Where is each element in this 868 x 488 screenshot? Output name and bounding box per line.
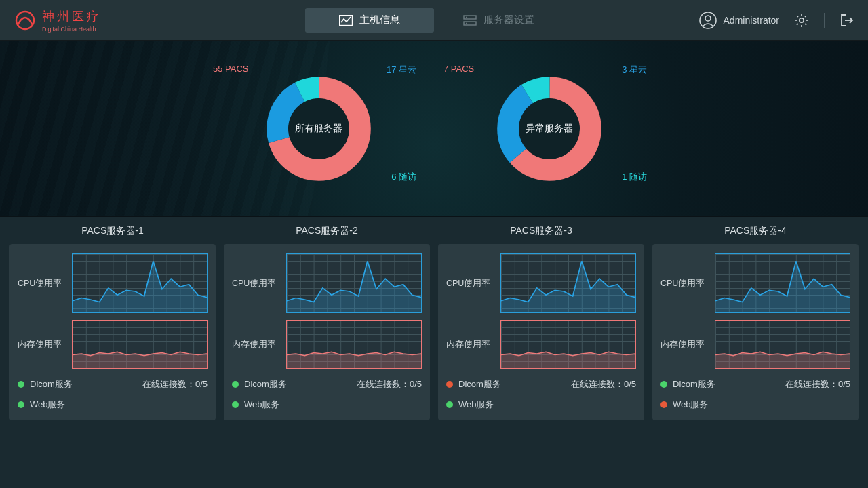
svg-rect-2 (464, 16, 476, 19)
dicom-label: Dicom服务 (244, 378, 287, 390)
dicom-status-row: Dicom服务在线连接数：0/5 (232, 378, 422, 390)
svg-point-8 (800, 18, 804, 22)
header: 神州医疗 Digital China Health 主机信息 服务器设置 (0, 0, 868, 41)
donut-abnormal-title: 异常服务器 (519, 98, 580, 159)
dicom-status-dot (446, 381, 453, 388)
dicom-status-row: Dicom服务在线连接数：0/5 (446, 378, 636, 390)
server-card[interactable]: CPU使用率内存使用率Dicom服务在线连接数：0/5Web服务 (438, 244, 644, 420)
cpu-chart (72, 253, 208, 313)
server-card[interactable]: CPU使用率内存使用率Dicom服务在线连接数：0/5Web服务 (652, 244, 859, 420)
connection-count: 在线连接数：0/5 (142, 378, 208, 390)
dicom-status-dot (232, 381, 239, 388)
mem-chart (500, 320, 636, 369)
tab-host-label: 主机信息 (359, 14, 400, 26)
cpu-row: CPU使用率 (446, 253, 636, 313)
server-card-title: PACS服务器-3 (510, 225, 572, 237)
tab-server-label: 服务器设置 (484, 14, 534, 26)
cpu-row: CPU使用率 (232, 253, 422, 313)
web-status-dot (660, 401, 667, 408)
brand-logo: 神州医疗 Digital China Health (14, 8, 102, 33)
connection-count: 在线连接数：0/5 (571, 378, 636, 390)
web-status-row: Web服务 (232, 399, 422, 411)
mem-row: 内存使用率 (18, 320, 208, 369)
mem-label: 内存使用率 (660, 339, 708, 350)
svg-marker-26 (287, 261, 421, 312)
mem-label: 内存使用率 (446, 339, 494, 350)
svg-marker-24 (73, 261, 207, 312)
svg-point-5 (466, 22, 467, 24)
mem-label: 内存使用率 (18, 339, 65, 350)
web-status-row: Web服务 (446, 399, 636, 411)
donut-abn-suifang-label: 1 随访 (622, 171, 647, 183)
donut-all-title: 所有服务器 (288, 98, 349, 159)
cpu-chart (715, 253, 850, 313)
overview-panel: 所有服务器 55 PACS 17 星云 6 随访 异常服务器 7 PACS 3 … (0, 41, 868, 217)
user-icon (699, 12, 717, 29)
gear-icon[interactable] (794, 13, 809, 28)
donut-abn-xingyun-label: 3 星云 (622, 64, 647, 76)
cpu-chart (500, 253, 636, 313)
web-status-dot (446, 401, 453, 408)
donut-all-pacs-label: 55 PACS (213, 64, 249, 74)
web-label: Web服务 (30, 399, 66, 411)
logout-icon[interactable] (840, 13, 854, 28)
cpu-row: CPU使用率 (660, 253, 850, 313)
cpu-label: CPU使用率 (446, 278, 494, 289)
web-status-dot (18, 401, 24, 408)
mem-row: 内存使用率 (660, 320, 850, 369)
cpu-chart (286, 253, 422, 313)
header-right: Administrator (699, 12, 854, 29)
server-card-title: PACS服务器-1 (81, 225, 144, 237)
brand-name: 神州医疗 (42, 8, 102, 24)
svg-point-7 (705, 16, 711, 21)
web-label: Web服务 (458, 399, 494, 411)
svg-rect-3 (464, 22, 476, 25)
svg-line-13 (797, 16, 798, 17)
dicom-status-dot (660, 381, 667, 388)
donut-all-suifang-label: 6 随访 (391, 171, 416, 183)
dicom-label: Dicom服务 (30, 378, 73, 390)
cpu-label: CPU使用率 (660, 278, 708, 289)
brand-sub: Digital China Health (42, 26, 102, 33)
web-label: Web服务 (673, 399, 709, 411)
connection-count: 在线连接数：0/5 (357, 378, 422, 390)
mem-row: 内存使用率 (232, 320, 422, 369)
tab-server-settings[interactable]: 服务器设置 (434, 8, 563, 33)
cpu-label: CPU使用率 (18, 278, 65, 289)
dicom-status-row: Dicom服务在线连接数：0/5 (18, 378, 208, 390)
tab-host-info[interactable]: 主机信息 (305, 8, 434, 33)
server-cards: PACS服务器-1CPU使用率内存使用率Dicom服务在线连接数：0/5Web服… (0, 217, 868, 420)
user-menu[interactable]: Administrator (699, 12, 779, 29)
brand-mark-icon (14, 9, 37, 32)
donut-all-xingyun-label: 17 星云 (387, 64, 416, 76)
svg-line-14 (805, 24, 806, 25)
server-card[interactable]: CPU使用率内存使用率Dicom服务在线连接数：0/5Web服务 (224, 244, 430, 420)
web-status-row: Web服务 (660, 399, 850, 411)
server-card-title: PACS服务器-2 (296, 225, 358, 237)
header-divider (824, 13, 825, 28)
server-card-title: PACS服务器-4 (724, 225, 787, 237)
mem-chart (715, 320, 850, 369)
user-name: Administrator (724, 15, 779, 26)
donut-abnormal-servers: 异常服务器 7 PACS 3 星云 1 随访 (475, 61, 624, 197)
svg-point-4 (466, 16, 467, 18)
web-status-dot (232, 401, 239, 408)
cpu-row: CPU使用率 (18, 253, 208, 313)
svg-line-15 (805, 16, 806, 17)
server-icon (463, 15, 477, 26)
web-label: Web服务 (244, 399, 280, 411)
mem-chart (72, 320, 208, 369)
donut-all-servers: 所有服务器 55 PACS 17 星云 6 随访 (244, 61, 393, 197)
chart-icon (339, 15, 353, 26)
server-card[interactable]: CPU使用率内存使用率Dicom服务在线连接数：0/5Web服务 (9, 244, 216, 420)
mem-label: 内存使用率 (232, 339, 279, 350)
dicom-label: Dicom服务 (458, 378, 501, 390)
svg-marker-30 (715, 261, 850, 312)
svg-point-0 (16, 12, 34, 29)
svg-marker-28 (501, 261, 635, 312)
dicom-status-dot (18, 381, 24, 388)
top-tabs: 主机信息 服务器设置 (305, 8, 563, 33)
web-status-row: Web服务 (18, 399, 208, 411)
dicom-label: Dicom服务 (673, 378, 715, 390)
mem-chart (286, 320, 422, 369)
